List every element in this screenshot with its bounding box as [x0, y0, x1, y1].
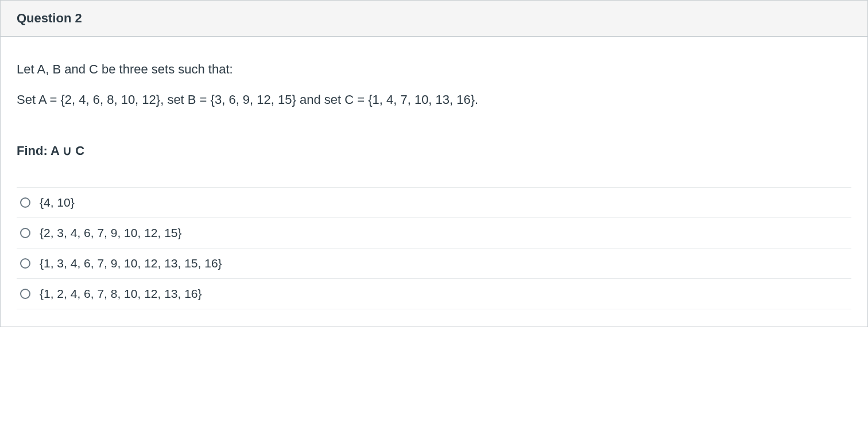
- answer-label: {4, 10}: [40, 196, 848, 209]
- answer-option[interactable]: {1, 3, 4, 6, 7, 9, 10, 12, 13, 15, 16}: [17, 248, 851, 278]
- radio-icon: [20, 289, 30, 299]
- radio-icon: [20, 228, 30, 238]
- question-container: Question 2 Let A, B and C be three sets …: [0, 0, 868, 327]
- question-body: Let A, B and C be three sets such that: …: [1, 37, 867, 327]
- radio-icon: [20, 258, 30, 269]
- answer-option[interactable]: {2, 3, 4, 6, 7, 9, 10, 12, 15}: [17, 218, 851, 248]
- question-title: Question 2: [17, 11, 851, 26]
- answer-list: {4, 10} {2, 3, 4, 6, 7, 9, 10, 12, 15} {…: [17, 187, 851, 309]
- question-prompt-line1: Let A, B and C be three sets such that:: [17, 60, 851, 79]
- question-prompt-line2: Set A = {2, 4, 6, 8, 10, 12}, set B = {3…: [17, 90, 851, 109]
- question-header: Question 2: [1, 1, 867, 37]
- answer-label: {2, 3, 4, 6, 7, 9, 10, 12, 15}: [40, 226, 848, 240]
- question-find-label: Find: A ∪ C: [17, 143, 851, 158]
- answer-label: {1, 3, 4, 6, 7, 9, 10, 12, 13, 15, 16}: [40, 257, 848, 270]
- answer-option[interactable]: {1, 2, 4, 6, 7, 8, 10, 12, 13, 16}: [17, 278, 851, 309]
- answer-option[interactable]: {4, 10}: [17, 187, 851, 218]
- radio-icon: [20, 197, 30, 208]
- answer-label: {1, 2, 4, 6, 7, 8, 10, 12, 13, 16}: [40, 287, 848, 301]
